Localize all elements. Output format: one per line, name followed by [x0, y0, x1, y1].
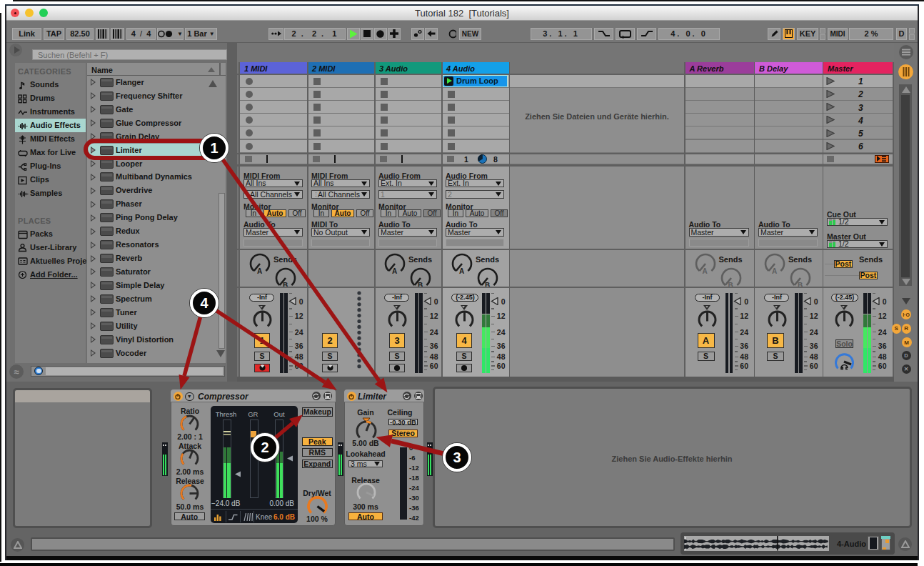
svg-text:4: 4 — [200, 295, 209, 311]
svg-text:3: 3 — [453, 450, 461, 465]
svg-text:2: 2 — [261, 440, 268, 455]
svg-text:1: 1 — [210, 140, 218, 156]
